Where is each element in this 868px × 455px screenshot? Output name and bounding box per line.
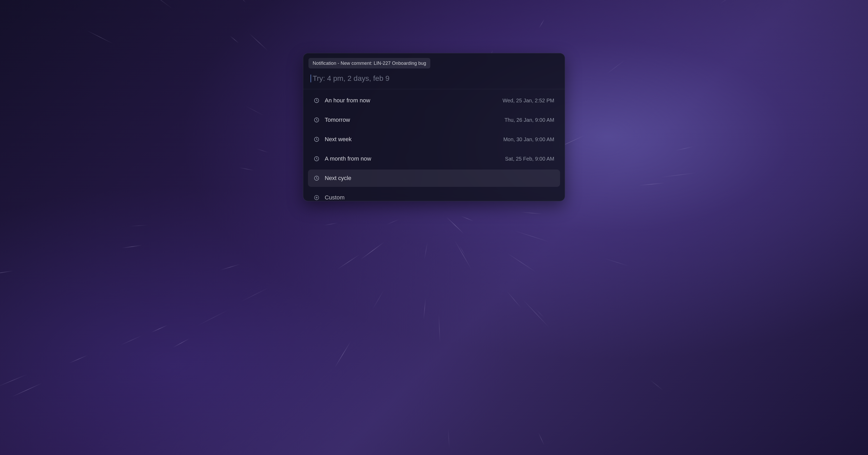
text-caret <box>311 75 311 82</box>
snooze-option-hour[interactable]: An hour from nowWed, 25 Jan, 2:52 PM <box>308 92 560 109</box>
snooze-command-palette: Notification - New comment: LIN-227 Onbo… <box>303 53 565 201</box>
snooze-option-timestamp: Thu, 26 Jan, 9:00 AM <box>504 117 554 123</box>
snooze-option-label: Next cycle <box>325 175 554 181</box>
snooze-option-month[interactable]: A month from nowSat, 25 Feb, 9:00 AM <box>308 150 560 167</box>
context-chip: Notification - New comment: LIN-227 Onbo… <box>308 58 430 68</box>
clock-icon <box>314 156 319 162</box>
search-row <box>303 68 565 89</box>
snooze-option-label: Next week <box>325 136 498 143</box>
snooze-option-nextweek[interactable]: Next weekMon, 30 Jan, 9:00 AM <box>308 131 560 148</box>
clock-icon <box>314 137 319 142</box>
snooze-option-tomorrow[interactable]: TomorrowThu, 26 Jan, 9:00 AM <box>308 111 560 129</box>
snooze-option-cycle[interactable]: Next cycle <box>308 170 560 187</box>
snooze-option-label: Tomorrow <box>325 116 499 123</box>
plus-circle-icon <box>314 195 319 200</box>
snooze-option-timestamp: Sat, 25 Feb, 9:00 AM <box>505 156 554 162</box>
clock-icon <box>314 97 319 104</box>
palette-header: Notification - New comment: LIN-227 Onbo… <box>303 53 565 68</box>
snooze-options-list: An hour from nowWed, 25 Jan, 2:52 PMTomo… <box>303 89 565 201</box>
snooze-option-label: An hour from now <box>325 97 497 104</box>
clock-icon <box>314 175 319 181</box>
snooze-option-custom[interactable]: Custom <box>308 189 560 201</box>
snooze-search-input[interactable] <box>313 74 559 83</box>
snooze-option-label: A month from now <box>325 155 500 162</box>
snooze-option-timestamp: Wed, 25 Jan, 2:52 PM <box>502 97 554 104</box>
snooze-option-timestamp: Mon, 30 Jan, 9:00 AM <box>503 137 554 142</box>
command-palette-container: Notification - New comment: LIN-227 Onbo… <box>0 0 868 455</box>
snooze-option-label: Custom <box>325 194 554 201</box>
clock-icon <box>314 117 319 123</box>
